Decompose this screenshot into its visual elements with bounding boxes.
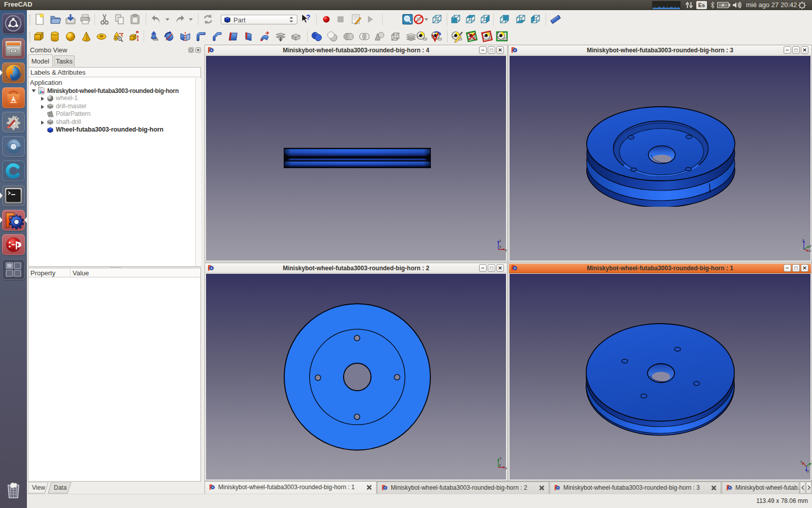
svg-text:z: z xyxy=(499,239,501,242)
svg-text:x: x xyxy=(800,460,802,463)
svg-text:x: x xyxy=(505,466,507,470)
svg-text:y: y xyxy=(809,244,811,248)
svg-text:View: View xyxy=(32,484,45,491)
svg-text:x: x xyxy=(505,248,507,252)
svg-text:z: z xyxy=(807,469,809,473)
svg-text:Y: Y xyxy=(499,245,502,249)
svg-text:z: z xyxy=(499,463,501,467)
svg-text:?: ? xyxy=(306,13,311,21)
svg-text:Data: Data xyxy=(54,484,67,491)
svg-text:z: z xyxy=(802,239,804,242)
svg-text:Y: Y xyxy=(499,457,502,460)
svg-text:x: x xyxy=(809,249,811,252)
